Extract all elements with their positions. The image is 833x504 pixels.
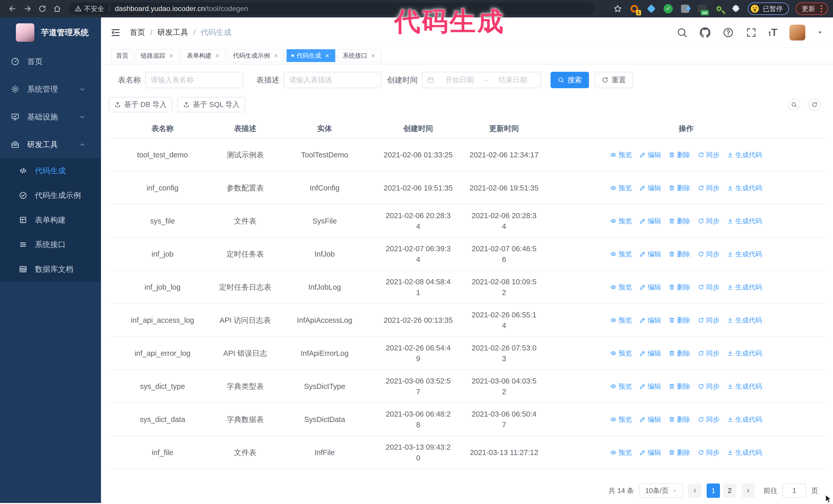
tab-trace[interactable]: 链路追踪×	[136, 49, 180, 62]
action-delete[interactable]: 删除	[669, 348, 690, 359]
action-preview[interactable]: 预览	[610, 183, 632, 193]
action-generate[interactable]: 生成代码	[727, 348, 762, 359]
action-delete[interactable]: 删除	[669, 183, 690, 193]
kebab-menu-icon[interactable]	[820, 4, 823, 13]
sidebar-subitem-codegen-example[interactable]: 代码生成示例	[0, 183, 101, 208]
action-sync[interactable]: 同步	[698, 447, 719, 458]
github-icon[interactable]	[699, 27, 711, 38]
action-generate[interactable]: 生成代码	[727, 183, 762, 193]
page-size-select[interactable]: 10条/页	[639, 483, 683, 498]
breadcrumb-item[interactable]: 研发工具	[158, 27, 188, 38]
breadcrumb-item[interactable]: 首页	[130, 27, 145, 38]
shield-check-extension-icon[interactable]: ✓	[663, 3, 673, 14]
panels-extension-icon[interactable]	[680, 3, 690, 14]
import-sql-button[interactable]: 基于 SQL 导入	[177, 97, 245, 112]
date-range-picker[interactable]: 开始日期 - 结束日期	[422, 72, 541, 88]
action-generate[interactable]: 生成代码	[727, 447, 762, 458]
sidebar-subitem-db-doc[interactable]: 数据库文档	[0, 257, 101, 282]
url-bar[interactable]: 不安全 dashboard.yudao.iocoder.cn/tool/code…	[68, 3, 594, 15]
search-button[interactable]: 搜索	[551, 72, 589, 88]
action-preview[interactable]: 预览	[610, 381, 632, 392]
reset-button[interactable]: 重置	[595, 72, 633, 88]
action-delete[interactable]: 删除	[669, 282, 690, 292]
action-delete[interactable]: 删除	[669, 381, 690, 392]
sidebar-item-home[interactable]: 首页	[0, 48, 101, 75]
action-sync[interactable]: 同步	[698, 149, 719, 160]
action-sync[interactable]: 同步	[698, 216, 719, 226]
bookmark-star-icon[interactable]	[613, 4, 622, 13]
action-generate[interactable]: 生成代码	[727, 249, 762, 259]
sidebar-item-devtools[interactable]: 研发工具	[0, 131, 101, 159]
avatar-caret-down-icon[interactable]	[817, 30, 823, 35]
action-generate[interactable]: 生成代码	[727, 381, 762, 392]
orange-ring-extension-icon[interactable]: 1	[629, 3, 640, 14]
action-preview[interactable]: 预览	[610, 282, 632, 292]
action-preview[interactable]: 预览	[610, 447, 632, 458]
tab-system-api[interactable]: 系统接口×	[338, 49, 381, 62]
action-edit[interactable]: 编辑	[640, 348, 661, 359]
action-preview[interactable]: 预览	[610, 414, 632, 425]
refresh-table-button[interactable]	[808, 98, 821, 111]
action-edit[interactable]: 编辑	[640, 183, 661, 193]
sidebar-subitem-form-builder[interactable]: 表单构建	[0, 208, 101, 232]
action-generate[interactable]: 生成代码	[727, 149, 762, 160]
action-delete[interactable]: 删除	[669, 414, 690, 425]
action-edit[interactable]: 编辑	[640, 216, 661, 226]
security-indicator[interactable]: 不安全	[75, 4, 104, 13]
action-preview[interactable]: 预览	[610, 315, 632, 326]
action-delete[interactable]: 删除	[669, 149, 690, 160]
key-extension-icon[interactable]	[714, 3, 724, 14]
gem-extension-icon[interactable]	[646, 3, 657, 14]
action-preview[interactable]: 预览	[610, 249, 632, 259]
profile-paused-pill[interactable]: 已暂停	[748, 3, 789, 15]
action-sync[interactable]: 同步	[698, 183, 719, 193]
prev-page-button[interactable]	[688, 483, 701, 498]
action-sync[interactable]: 同步	[698, 381, 719, 392]
table-desc-input[interactable]	[284, 72, 381, 88]
font-size-icon[interactable]: tT	[769, 27, 778, 38]
tab-home[interactable]: 首页	[111, 49, 133, 62]
action-generate[interactable]: 生成代码	[727, 315, 762, 326]
close-tab-icon[interactable]: ×	[272, 52, 279, 60]
import-db-button[interactable]: 基于 DB 导入	[109, 97, 172, 112]
action-sync[interactable]: 同步	[698, 348, 719, 359]
tab-codegen[interactable]: 代码生成×	[287, 49, 335, 62]
close-tab-icon[interactable]: ×	[214, 52, 221, 60]
action-edit[interactable]: 编辑	[640, 315, 661, 326]
action-delete[interactable]: 删除	[669, 216, 690, 226]
sidebar-item-system[interactable]: 系统管理	[0, 75, 101, 103]
action-sync[interactable]: 同步	[698, 414, 719, 425]
fullscreen-icon[interactable]	[745, 27, 757, 38]
action-edit[interactable]: 编辑	[640, 381, 661, 392]
search-icon[interactable]	[676, 27, 688, 38]
action-preview[interactable]: 预览	[610, 216, 632, 226]
dark-extension-icon[interactable]: on	[697, 3, 708, 14]
action-delete[interactable]: 删除	[669, 249, 690, 259]
action-edit[interactable]: 编辑	[640, 447, 661, 458]
sidebar-logo[interactable]: 芋道管理系统	[0, 18, 101, 48]
goto-page-input[interactable]	[783, 483, 806, 498]
action-edit[interactable]: 编辑	[640, 249, 661, 259]
tab-form-builder[interactable]: 表单构建×	[182, 49, 225, 62]
action-preview[interactable]: 预览	[610, 149, 632, 160]
close-tab-icon[interactable]: ×	[168, 52, 174, 60]
action-generate[interactable]: 生成代码	[727, 216, 762, 226]
close-tab-icon[interactable]: ×	[324, 52, 330, 60]
sidebar-subitem-codegen[interactable]: 代码生成	[0, 159, 101, 183]
action-sync[interactable]: 同步	[698, 249, 719, 259]
sidebar-subitem-system-api[interactable]: 系统接口	[0, 232, 101, 257]
page-button-1[interactable]: 1	[707, 483, 720, 498]
next-page-button[interactable]	[741, 483, 755, 498]
action-edit[interactable]: 编辑	[640, 282, 661, 292]
toggle-search-button[interactable]	[788, 98, 800, 111]
browser-home-button[interactable]	[50, 3, 65, 15]
help-icon[interactable]	[722, 27, 734, 38]
action-sync[interactable]: 同步	[698, 315, 719, 326]
action-generate[interactable]: 生成代码	[727, 282, 762, 292]
action-edit[interactable]: 编辑	[640, 414, 661, 425]
user-avatar[interactable]	[789, 25, 805, 41]
action-edit[interactable]: 编辑	[640, 149, 661, 160]
action-delete[interactable]: 删除	[669, 315, 690, 326]
browser-update-button[interactable]: 更新	[795, 3, 828, 15]
table-name-input[interactable]	[145, 72, 243, 88]
